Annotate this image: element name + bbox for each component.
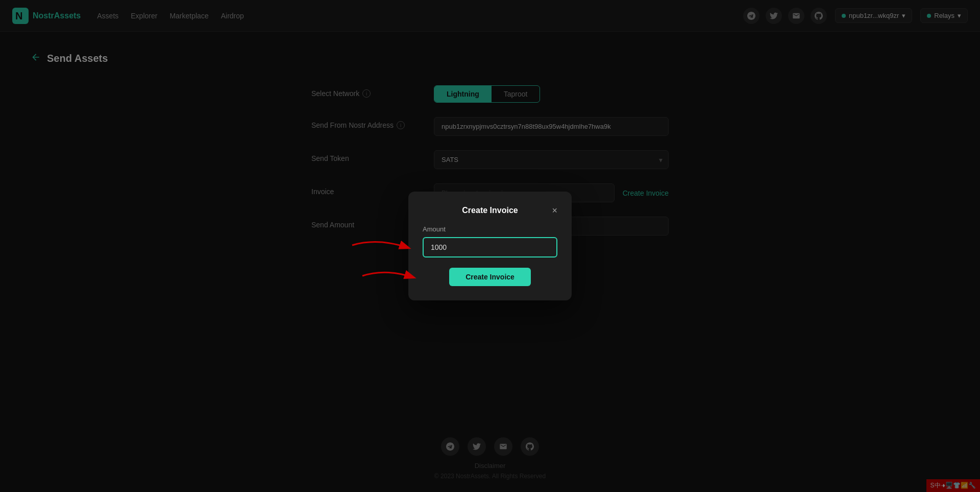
modal-create-invoice-button[interactable]: Create Invoice: [449, 268, 531, 286]
modal-amount-input[interactable]: [423, 237, 557, 257]
modal-amount-label: Amount: [423, 225, 557, 233]
modal-header: Create Invoice ×: [423, 206, 557, 215]
create-invoice-modal: Create Invoice × Amount Create Invoice: [408, 192, 572, 300]
modal-overlay[interactable]: Create Invoice × Amount Create Invoice: [0, 0, 980, 492]
arrow-to-button: [357, 263, 419, 289]
modal-close-button[interactable]: ×: [552, 206, 557, 215]
arrow-to-input: [347, 232, 413, 258]
modal-title: Create Invoice: [462, 206, 518, 215]
